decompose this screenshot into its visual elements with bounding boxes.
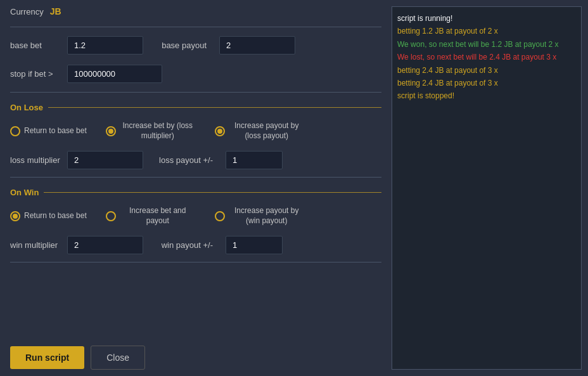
win-increase-payout-label: Increase payout by (win payout): [229, 206, 305, 226]
win-return-option[interactable]: Return to base bet: [10, 211, 87, 221]
log-line: We won, so next bet will be 1.2 JB at pa…: [397, 38, 576, 51]
log-line: script is running!: [397, 12, 576, 25]
log-panel: script is running!betting 1.2 JB at payo…: [392, 6, 582, 370]
lose-increase-bet-option[interactable]: Increase bet by (loss multiplier): [106, 121, 196, 141]
loss-payout-input[interactable]: [226, 151, 283, 169]
win-increase-payout-option[interactable]: Increase payout by (win payout): [215, 206, 305, 226]
base-payout-input[interactable]: [219, 36, 295, 55]
win-multiplier-label: win multiplier: [10, 240, 61, 250]
win-increase-payout-radio[interactable]: [215, 211, 225, 221]
win-return-radio[interactable]: [10, 211, 20, 221]
divider-4: [10, 262, 381, 263]
lose-return-option[interactable]: Return to base bet: [10, 126, 87, 136]
currency-label: Currency: [10, 7, 44, 16]
base-payout-label: base payout: [150, 41, 213, 50]
log-line: betting 2.4 JB at payout of 3 x: [397, 64, 576, 77]
on-win-options: Return to base bet Increase bet and payo…: [10, 206, 381, 228]
on-lose-line: [48, 107, 381, 108]
stop-bet-row: stop if bet >: [10, 65, 381, 83]
currency-row: Currency JB: [10, 6, 381, 16]
lose-increase-payout-label: Increase payout by (loss payout): [229, 121, 305, 141]
win-multiplier-input[interactable]: [67, 236, 143, 254]
log-line: script is stopped!: [397, 89, 576, 102]
stop-bet-label: stop if bet >: [10, 69, 61, 79]
on-lose-label: On Lose: [10, 103, 43, 112]
divider-3: [10, 177, 381, 178]
win-payout-input[interactable]: [226, 236, 283, 254]
base-fields-row: base bet base payout: [10, 36, 381, 55]
loss-fields-row: loss multiplier loss payout +/-: [10, 151, 381, 169]
win-payout-label: win payout +/-: [150, 240, 219, 250]
left-panel: Currency JB base bet base payout stop if…: [0, 0, 392, 376]
log-line: We lost, so next bet will be 2.4 JB at p…: [397, 51, 576, 63]
lose-increase-payout-radio[interactable]: [215, 126, 225, 136]
base-bet-input[interactable]: [67, 36, 143, 55]
loss-multiplier-input[interactable]: [67, 151, 143, 169]
win-increase-radio[interactable]: [106, 211, 116, 221]
win-fields-row: win multiplier win payout +/-: [10, 236, 381, 254]
base-bet-label: base bet: [10, 41, 61, 50]
divider-1: [10, 27, 381, 27]
run-script-button[interactable]: Run script: [10, 346, 84, 369]
win-increase-label: Increase bet and payout: [120, 206, 196, 226]
log-line: betting 1.2 JB at payout of 2 x: [397, 25, 576, 37]
on-lose-options: Return to base bet Increase bet by (loss…: [10, 121, 381, 143]
stop-bet-input[interactable]: [67, 65, 162, 83]
on-win-line: [44, 192, 381, 193]
currency-value: JB: [50, 6, 61, 16]
on-win-label: On Win: [10, 188, 39, 197]
on-lose-header: On Lose: [10, 103, 381, 112]
lose-return-radio[interactable]: [10, 126, 20, 136]
win-increase-option[interactable]: Increase bet and payout: [106, 206, 196, 226]
on-win-header: On Win: [10, 188, 381, 197]
loss-payout-label: loss payout +/-: [150, 155, 219, 165]
lose-return-label: Return to base bet: [24, 126, 87, 136]
loss-multiplier-label: loss multiplier: [10, 155, 61, 165]
divider-2: [10, 92, 381, 93]
log-line: betting 2.4 JB at payout of 3 x: [397, 77, 576, 89]
button-row: Run script Close: [10, 337, 381, 370]
lose-increase-bet-radio[interactable]: [106, 126, 116, 136]
lose-increase-bet-label: Increase bet by (loss multiplier): [120, 121, 196, 141]
lose-increase-payout-option[interactable]: Increase payout by (loss payout): [215, 121, 305, 141]
win-return-label: Return to base bet: [24, 211, 87, 221]
close-button[interactable]: Close: [91, 346, 145, 370]
